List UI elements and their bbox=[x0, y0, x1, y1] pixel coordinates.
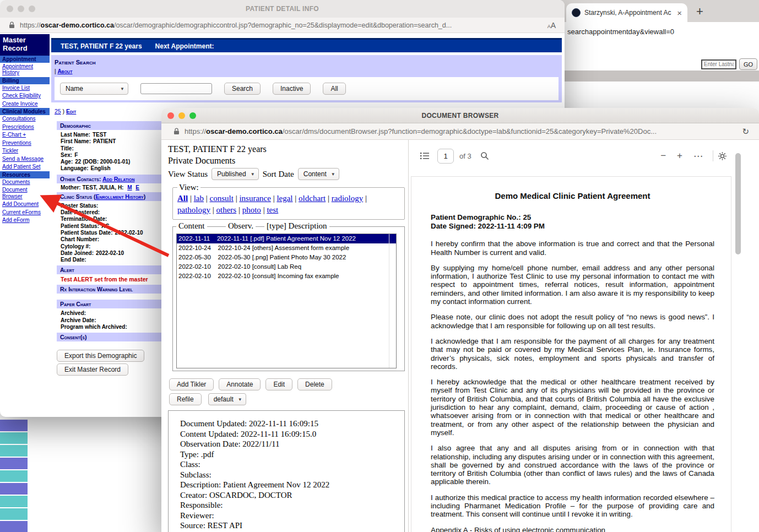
detail-line: Description: Patient Agreement Nov 12 20… bbox=[180, 480, 404, 490]
sort-date-select[interactable]: Content▼ bbox=[298, 168, 339, 180]
search-type-select[interactable]: Name▼ bbox=[60, 83, 128, 95]
sidebar-item[interactable]: E-Chart + bbox=[0, 131, 50, 139]
tab-close-icon[interactable]: × bbox=[677, 9, 682, 17]
pdf-scrollbar-thumb[interactable] bbox=[735, 153, 741, 254]
filter-link[interactable]: radiology bbox=[332, 194, 364, 203]
more-options-icon[interactable]: ⋯ bbox=[693, 150, 703, 162]
schedule-block bbox=[0, 508, 28, 520]
patient-header-bar: TEST, PATIENT F 22 years Next Appointmen… bbox=[51, 38, 562, 52]
close-window-icon[interactable] bbox=[167, 112, 174, 119]
filter-link[interactable]: insurance bbox=[239, 194, 270, 203]
search-icon[interactable] bbox=[480, 151, 489, 160]
enrollment-history-link[interactable]: Enrollment History bbox=[96, 193, 144, 200]
pdf-paragraph: I hereby confirm that the above informat… bbox=[431, 240, 714, 257]
schedule-block bbox=[0, 496, 28, 507]
lock-icon bbox=[9, 21, 15, 29]
sidebar-item[interactable]: Appointment History bbox=[0, 63, 50, 77]
action-button[interactable]: Add Tikler bbox=[169, 378, 214, 390]
filter-link[interactable]: pathology bbox=[177, 205, 210, 214]
mother-msg-link[interactable]: M bbox=[127, 184, 132, 191]
sidebar-item[interactable]: Documents bbox=[0, 178, 50, 187]
sidebar-item[interactable]: Create Invoice bbox=[0, 100, 50, 108]
filter-link[interactable]: legal bbox=[277, 194, 292, 203]
column-label-description: [type] Description bbox=[264, 221, 329, 231]
document-row[interactable]: 2022-05-30 2022-05-30 [.png] Patient Pho… bbox=[177, 253, 396, 262]
sidebar-item[interactable]: Add eForm bbox=[0, 216, 50, 225]
tab-bar: Starzynski, A-Appointment Ac × + bbox=[560, 0, 759, 22]
sidebar-item[interactable]: Tickler bbox=[0, 147, 50, 155]
filter-link[interactable]: consult bbox=[210, 194, 234, 203]
sidebar-item[interactable]: Check Eligibility bbox=[0, 92, 50, 100]
edit-link[interactable]: Edit bbox=[66, 108, 76, 115]
view-status-select[interactable]: Published▼ bbox=[212, 168, 259, 180]
export-demographic-button[interactable]: Export this Demographic bbox=[57, 350, 144, 362]
sidebar-item[interactable]: Current eForms bbox=[0, 209, 50, 217]
minimize-window-icon[interactable] bbox=[178, 112, 185, 119]
go-button[interactable]: GO bbox=[739, 58, 757, 70]
sidebar-item[interactable]: Consultations bbox=[0, 115, 50, 123]
search-button[interactable]: Search bbox=[224, 83, 261, 95]
browser-tab[interactable]: Starzynski, A-Appointment Ac × bbox=[566, 3, 687, 22]
action-button[interactable]: Edit bbox=[265, 378, 292, 390]
text-size-icon[interactable]: AA bbox=[547, 21, 556, 30]
zoom-in-icon[interactable]: + bbox=[677, 150, 682, 161]
add-relation-link[interactable]: Add Relation bbox=[102, 176, 134, 182]
close-window-icon[interactable] bbox=[7, 6, 13, 12]
lastname-search-input[interactable] bbox=[701, 59, 736, 69]
sidebar-item[interactable]: Add Document bbox=[0, 200, 50, 209]
action-button[interactable]: Delete bbox=[297, 378, 332, 390]
toolbar-divider bbox=[713, 150, 713, 161]
sidebar-item[interactable]: Send a Message bbox=[0, 155, 50, 164]
sidebar-item[interactable]: Prescriptions bbox=[0, 123, 50, 132]
document-row[interactable]: 2022-02-10 2022-02-10 [consult] Lab Req bbox=[177, 262, 396, 272]
sidebar-item[interactable]: Invoice List bbox=[0, 84, 50, 93]
sidebar-title: Master Record bbox=[0, 34, 50, 56]
filter-link[interactable]: others bbox=[216, 205, 237, 214]
about-link[interactable]: About bbox=[57, 68, 72, 74]
view-filter-box: View: Alllabconsultinsurancelegaloldchar… bbox=[172, 183, 405, 220]
document-list[interactable]: 2022-11-11 2022-11-11 [.pdf] Patient Agr… bbox=[176, 234, 397, 368]
filter-link[interactable]: lab bbox=[194, 194, 204, 203]
zoom-window-icon[interactable] bbox=[29, 6, 35, 12]
record-number-link[interactable]: 25 bbox=[55, 108, 61, 115]
url-bar[interactable]: https://oscar-demo.cortico.ca/oscar/demo… bbox=[0, 18, 565, 33]
url-bar[interactable]: https://oscar-demo.cortico.ca/oscar/dms/… bbox=[161, 123, 759, 140]
action-button[interactable]: Annotate bbox=[219, 378, 261, 390]
document-row[interactable]: 2022-11-11 2022-11-11 [.pdf] Patient Agr… bbox=[177, 234, 396, 243]
lock-icon bbox=[174, 128, 180, 135]
document-row[interactable]: 2022-10-24 2022-10-24 [others] Assessmen… bbox=[177, 243, 396, 253]
pdf-paragraph: I acknowledge that I am responsible for … bbox=[431, 337, 714, 371]
refile-button[interactable]: Refile bbox=[169, 393, 202, 405]
patient-search-input[interactable] bbox=[140, 83, 212, 94]
zoom-window-icon[interactable] bbox=[189, 112, 196, 119]
minimize-window-icon[interactable] bbox=[18, 6, 24, 12]
window-titlebar: PATIENT DETAIL INFO bbox=[0, 0, 565, 18]
inactive-button[interactable]: Inactive bbox=[273, 83, 311, 95]
sidebar-item[interactable]: Add Patient Set bbox=[0, 163, 50, 171]
filter-link[interactable]: oldchart bbox=[299, 194, 326, 203]
new-tab-button[interactable]: + bbox=[696, 6, 703, 18]
url-fragment: searchappointmentday&viewall=0 bbox=[560, 22, 759, 36]
schedule-block bbox=[0, 432, 28, 444]
document-row[interactable]: 2022-02-10 2022-02-10 [consult] Incoming… bbox=[177, 272, 396, 281]
zoom-out-icon[interactable]: − bbox=[660, 150, 666, 161]
page-number-input[interactable]: 1 bbox=[437, 149, 454, 164]
exit-master-record-button[interactable]: Exit Master Record bbox=[57, 363, 128, 376]
documents-category: Private Documents bbox=[168, 156, 408, 166]
filter-link[interactable]: test bbox=[267, 205, 278, 214]
sidebar-item[interactable]: Document Browser bbox=[0, 186, 50, 200]
pdf-meta-line: Patient Demographic No.: 25 bbox=[431, 213, 714, 222]
settings-gear-icon[interactable] bbox=[718, 151, 727, 161]
detail-line: Subclass: bbox=[180, 470, 404, 480]
pdf-paragraph: By supplying my home/cell phone number, … bbox=[431, 264, 714, 306]
refile-category-select[interactable]: default▼ bbox=[208, 393, 246, 405]
thumbnails-icon[interactable] bbox=[420, 152, 430, 160]
document-browser-window: DOCUMENT BROWSER https://oscar-demo.cort… bbox=[161, 108, 759, 532]
filter-link[interactable]: All bbox=[177, 194, 188, 203]
filter-link[interactable]: photo bbox=[242, 205, 261, 214]
column-label-observ: Observ. bbox=[226, 221, 256, 231]
refresh-icon[interactable]: ↻ bbox=[742, 127, 749, 137]
sidebar-item[interactable]: Preventions bbox=[0, 139, 50, 148]
all-button[interactable]: All bbox=[323, 83, 345, 95]
mother-email-link[interactable]: E bbox=[135, 184, 139, 191]
